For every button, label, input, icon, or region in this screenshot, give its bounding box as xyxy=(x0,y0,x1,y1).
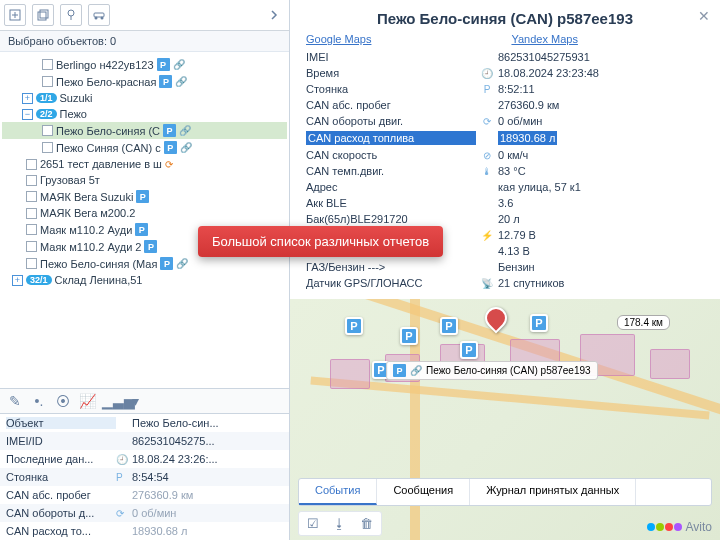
detail-label: Стоянка xyxy=(306,83,476,95)
detail-label: Бак(65л)BLE291720 xyxy=(306,213,476,225)
tree-row[interactable]: Пежо Бело-синяя (МаяP🔗 xyxy=(2,255,287,272)
tree-row[interactable]: МАЯК Вега SuzukiP xyxy=(2,188,287,205)
signal-icon[interactable]: ▁▃▅ xyxy=(102,393,120,409)
tree-row[interactable]: МАЯК Вега м200.2 xyxy=(2,205,287,221)
tree-row[interactable]: 2651 тест давление в ш⟳ xyxy=(2,156,287,172)
google-maps-link[interactable]: Google Maps xyxy=(306,33,371,45)
tree-label: Маяк м110.2 Ауди xyxy=(40,224,132,236)
svg-point-5 xyxy=(68,10,74,16)
edit-icon[interactable]: ✎ xyxy=(6,393,24,409)
chev-icon[interactable]: ▾ xyxy=(126,393,144,409)
tree-row[interactable]: +1/1Suzuki xyxy=(2,90,287,106)
tab[interactable]: Сообщения xyxy=(377,479,470,505)
prop-value: 276360.9 км xyxy=(132,489,283,501)
link-icon: 🔗 xyxy=(176,258,188,270)
tree-label: Suzuki xyxy=(60,92,93,104)
close-icon[interactable]: ✕ xyxy=(698,8,710,24)
parking-icon: P xyxy=(160,257,173,270)
count-badge: 1/1 xyxy=(36,93,57,103)
menu-icon[interactable] xyxy=(263,4,285,26)
tree-row[interactable]: Грузовая 5т xyxy=(2,172,287,188)
expand-toggle[interactable]: − xyxy=(22,109,33,120)
checkbox[interactable] xyxy=(26,258,37,269)
detail-label: Адрес xyxy=(306,181,476,193)
map-parking-icon[interactable]: P xyxy=(530,314,548,332)
expand-toggle[interactable]: + xyxy=(22,93,33,104)
expand-icon[interactable] xyxy=(4,4,26,26)
prop-value: 18930.68 л xyxy=(132,525,283,537)
expand-toggle[interactable]: + xyxy=(12,275,23,286)
point-icon[interactable]: •. xyxy=(30,393,48,409)
detail-row: Датчик GPS/ГЛОНАСС📡21 спутников xyxy=(302,275,708,291)
checkbox[interactable] xyxy=(42,125,53,136)
callout-banner: Большой список различных отчетов xyxy=(198,226,443,257)
prop-value: 0 об/мин xyxy=(132,507,283,519)
chart-icon[interactable]: 📈 xyxy=(78,393,96,409)
tree-row[interactable]: Пежо Бело-синяя (СP🔗 xyxy=(2,122,287,139)
detail-label: CAN обороты двиг. xyxy=(306,115,476,127)
download-icon[interactable]: ⭳ xyxy=(333,516,346,531)
tree-label: Грузовая 5т xyxy=(40,174,100,186)
checkbox[interactable] xyxy=(42,59,53,70)
detail-icon: ⊘ xyxy=(476,150,498,161)
detail-rows: IMEI862531045275931Время🕘18.08.2024 23:2… xyxy=(290,47,720,299)
checkbox[interactable] xyxy=(26,191,37,202)
detail-label: CAN абс. пробег xyxy=(306,99,476,111)
map-vehicle-label[interactable]: P 🔗 Пежо Бело-синяя (CAN) р587ее193 xyxy=(386,361,598,380)
checkbox[interactable] xyxy=(42,142,53,153)
tree-row[interactable]: +32/1Склад Ленина,51 xyxy=(2,272,287,288)
map-area[interactable]: P P P P P P 178.4 км P 🔗 Пежо Бело-синяя… xyxy=(290,299,720,540)
map-distance: 178.4 км xyxy=(617,315,670,330)
detail-value: 12.79 В xyxy=(498,229,704,241)
detail-value: 862531045275931 xyxy=(498,51,704,63)
object-tree: Berlingo н422ув123P🔗Пежо Бело-краснаяP🔗+… xyxy=(0,52,289,388)
tree-label: Berlingo н422ув123 xyxy=(56,59,154,71)
checkbox[interactable] xyxy=(26,208,37,219)
detail-value: 4.13 В xyxy=(498,245,704,257)
detail-value: 0 об/мин xyxy=(498,115,704,127)
svg-rect-3 xyxy=(38,12,46,20)
checkbox[interactable] xyxy=(42,76,53,87)
tab[interactable]: Журнал принятых данных xyxy=(470,479,636,505)
checkbox[interactable] xyxy=(26,159,37,170)
checkbox[interactable] xyxy=(26,224,37,235)
detail-value: 83 °C xyxy=(498,165,704,177)
detail-value: 0 км/ч xyxy=(498,149,704,161)
tree-label: Маяк м110.2 Ауди 2 xyxy=(40,241,141,253)
detail-label: Акк BLE xyxy=(306,197,476,209)
bottom-toolbar: ✎ •. ⦿ 📈 ▁▃▅ ▾ xyxy=(0,388,289,413)
map-parking-icon[interactable]: P xyxy=(400,327,418,345)
check-icon[interactable]: ☑ xyxy=(307,516,319,531)
detail-label: Время xyxy=(306,67,476,79)
yandex-maps-link[interactable]: Yandex Maps xyxy=(511,33,577,45)
detail-value: 3.6 xyxy=(498,197,704,209)
parking-icon: P xyxy=(144,240,157,253)
checkbox[interactable] xyxy=(26,241,37,252)
detail-row: Адреская улица, 57 к1 xyxy=(302,179,708,195)
prop-label: IMEI/ID xyxy=(6,435,116,447)
map-parking-icon[interactable]: P xyxy=(460,341,478,359)
detail-row: Время🕘18.08.2024 23:23:48 xyxy=(302,65,708,81)
tree-row[interactable]: Пежо Синяя (CAN) сP🔗 xyxy=(2,139,287,156)
tree-row[interactable]: Пежо Бело-краснаяP🔗 xyxy=(2,73,287,90)
map-parking-icon[interactable]: P xyxy=(440,317,458,335)
layers-icon[interactable] xyxy=(32,4,54,26)
map-parking-icon[interactable]: P xyxy=(345,317,363,335)
pin-icon[interactable] xyxy=(60,4,82,26)
checkbox[interactable] xyxy=(26,175,37,186)
detail-row: Бак(65л)BLE29172020 л xyxy=(302,211,708,227)
link-icon: 🔗 xyxy=(180,142,192,154)
tree-label: Пежо Бело-красная xyxy=(56,76,156,88)
tree-row[interactable]: −2/2Пежо xyxy=(2,106,287,122)
tree-label: МАЯК Вега м200.2 xyxy=(40,207,135,219)
prop-row: IMEI/ID862531045275... xyxy=(0,432,289,450)
target-icon[interactable]: ⦿ xyxy=(54,393,72,409)
car-icon[interactable] xyxy=(88,4,110,26)
link-icon: 🔗 xyxy=(179,125,191,137)
tab[interactable]: События xyxy=(299,479,377,505)
trash-icon[interactable]: 🗑 xyxy=(360,516,373,531)
tree-row[interactable]: Berlingo н422ув123P🔗 xyxy=(2,56,287,73)
prop-label: CAN обороты д... xyxy=(6,507,116,519)
parking-icon: P xyxy=(157,58,170,71)
svg-rect-7 xyxy=(94,13,104,17)
